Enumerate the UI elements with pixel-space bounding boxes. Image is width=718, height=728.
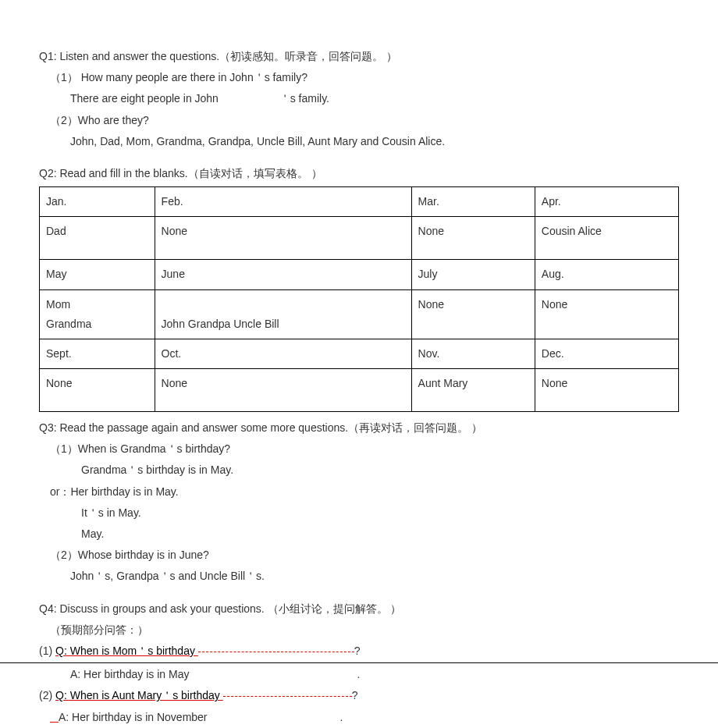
cell: None bbox=[155, 369, 411, 412]
red-prefix bbox=[39, 711, 59, 723]
q3-p1-a3: It＇s in May. bbox=[39, 503, 679, 523]
q4-p1-label: (1) bbox=[39, 645, 55, 657]
cell: None bbox=[155, 217, 411, 260]
cell: Aunt Mary bbox=[411, 369, 535, 412]
q4-p1-answer-text: A: Her birthday is in May bbox=[70, 668, 190, 680]
q3-p1-a2: or：Her birthday is in May. bbox=[39, 482, 679, 502]
blank-line bbox=[223, 696, 352, 697]
cell: None bbox=[411, 289, 535, 339]
cell: None bbox=[535, 289, 678, 339]
q4-p2-underline: Q: When is Aunt Mary＇s birthday bbox=[55, 689, 223, 701]
cell: Nov. bbox=[411, 339, 535, 368]
q1-p1-answer-right: ＇s family. bbox=[279, 92, 329, 105]
q2-title: Q2: Read and fill in the blanks.（自读对话，填写… bbox=[39, 164, 679, 183]
table-row: Dad None None Cousin Alice bbox=[40, 217, 679, 260]
table-row: May June July Aug. bbox=[40, 260, 679, 289]
q4-p2-a: A: Her birthday is in November. bbox=[39, 708, 679, 727]
cell: June bbox=[155, 260, 411, 289]
table-row: Mom Grandma John Grandpa Uncle Bill None… bbox=[40, 289, 679, 339]
cell: John Grandpa Uncle Bill bbox=[155, 289, 411, 339]
cell: Jan. bbox=[40, 187, 155, 217]
q4-p2-q: (2) Q: When is Aunt Mary＇s birthday ? bbox=[39, 686, 679, 705]
divider-line bbox=[0, 662, 718, 663]
qmark: ? bbox=[352, 689, 358, 701]
cell: Oct. bbox=[155, 339, 411, 368]
dot: . bbox=[357, 668, 361, 680]
cell: Feb. bbox=[155, 187, 411, 217]
q3-p1-a1: Grandma＇s birthday is in May. bbox=[39, 460, 679, 480]
table-row: None None Aunt Mary None bbox=[40, 369, 679, 412]
q1-p1-question: （1） How many people are there in John＇s … bbox=[39, 68, 679, 87]
cell: July bbox=[411, 260, 535, 289]
table-row: Jan. Feb. Mar. Apr. bbox=[40, 187, 679, 217]
qmark: ? bbox=[354, 645, 361, 657]
q1-p2-answer: John, Dad, Mom, Grandma, Grandpa, Uncle … bbox=[39, 132, 679, 151]
q2-table: Jan. Feb. Mar. Apr. Dad None None Cousin… bbox=[39, 186, 679, 412]
cell: None bbox=[40, 369, 155, 412]
q4-p2-answer-text: A: Her birthday is in November bbox=[59, 711, 208, 723]
q4-p1-q: (1) Q: When is Mom＇s birthday ? bbox=[39, 641, 679, 661]
q3-p2-question: （2）Whose birthday is in June? bbox=[39, 545, 679, 565]
table-row: Sept. Oct. Nov. Dec. bbox=[40, 339, 679, 368]
cell: Dad bbox=[40, 217, 155, 260]
q1-p1-answer: There are eight people in John ＇s family… bbox=[39, 89, 679, 108]
cell: Cousin Alice bbox=[535, 217, 678, 260]
cell: Sept. bbox=[40, 339, 155, 368]
q1-title: Q1: Listen and answer the questions.（初读感… bbox=[39, 47, 679, 66]
blank-line bbox=[198, 652, 354, 652]
cell: Mar. bbox=[411, 187, 535, 217]
cell: Dec. bbox=[535, 339, 678, 368]
q4-p2-label: (2) bbox=[39, 689, 55, 701]
cell: None bbox=[535, 369, 678, 412]
cell: None bbox=[411, 217, 535, 260]
q3-title: Q3: Read the passage again and answer so… bbox=[39, 418, 679, 438]
q1-p2-question: （2）Who are they? bbox=[39, 111, 679, 130]
q4-p1-a: A: Her birthday is in May. bbox=[39, 665, 679, 684]
q1-p1-answer-left: There are eight people in John bbox=[70, 92, 219, 105]
q3-p1-a4: May. bbox=[39, 524, 679, 544]
q4-note: （预期部分问答：） bbox=[39, 620, 679, 640]
q4-title: Q4: Discuss in groups and ask your quest… bbox=[39, 599, 679, 619]
cell: Aug. bbox=[535, 260, 678, 289]
cell: Apr. bbox=[535, 187, 678, 217]
q4-p1-underline: Q: When is Mom＇s birthday bbox=[55, 645, 198, 657]
cell: May bbox=[40, 260, 155, 289]
cell: Mom Grandma bbox=[40, 289, 155, 339]
dot: . bbox=[340, 711, 343, 723]
q3-p2-answer: John＇s, Grandpa＇s and Uncle Bill＇s. bbox=[39, 566, 679, 586]
q3-p1-question: （1）When is Grandma＇s birthday? bbox=[39, 439, 679, 459]
